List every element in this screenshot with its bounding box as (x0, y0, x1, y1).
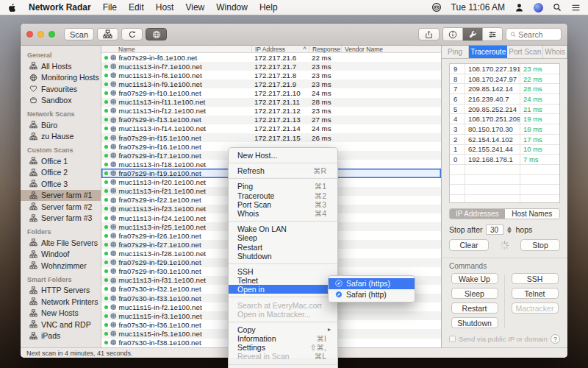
sidebar-item[interactable]: Network Printers (21, 296, 101, 308)
sidebar-item[interactable]: Server farm #2 (21, 201, 101, 213)
address-mode-option[interactable]: IP Addresses (450, 209, 505, 219)
command-button[interactable]: Telnet (512, 288, 559, 299)
sidebar-item[interactable]: Office 3 (21, 178, 101, 190)
new-scan-button[interactable] (97, 28, 118, 40)
column-header-name[interactable]: Name (101, 46, 251, 52)
minimize-window-button[interactable] (37, 31, 44, 38)
traceroute-hop-row[interactable]: 6 216.239.40.7 24 ms (450, 94, 559, 105)
search-field[interactable] (506, 28, 562, 40)
apple-menu-icon[interactable] (7, 3, 17, 13)
sidebar-item[interactable]: HTTP Servers (21, 285, 101, 297)
zoom-window-button[interactable] (49, 31, 55, 38)
sidebar-item[interactable]: New Hosts (21, 308, 101, 319)
hops-stepper[interactable] (506, 224, 513, 235)
context-menu-item[interactable] (229, 263, 337, 264)
command-button[interactable]: Mactracker (512, 302, 559, 314)
table-row[interactable]: muc11s13-in-f11.1e100.net 172.217.21.11 … (101, 98, 441, 107)
share-button[interactable] (418, 28, 440, 40)
context-menu-item[interactable]: Open in ▸ (229, 285, 337, 294)
context-menu-item[interactable]: Reveal in Scan ⌘L (229, 352, 337, 361)
sidebar-item[interactable]: Office 1 (21, 155, 101, 167)
traceroute-hop-row[interactable]: 0 192.168.178.1 7 ms (450, 155, 559, 165)
stop-button[interactable]: Stop (520, 239, 560, 251)
context-menu-item[interactable]: Search at EveryMac.com... (229, 300, 337, 309)
siri-icon[interactable] (534, 3, 543, 13)
context-menu-item[interactable]: Settings ⇧⌘, (229, 343, 337, 352)
sidebar-item[interactable]: VNC and RDP (21, 319, 101, 330)
traceroute-hop-row[interactable]: 9 108.170.227.191 23 ms (450, 64, 559, 74)
sidebar-item[interactable]: Server farm #3 (21, 213, 101, 224)
refresh-button[interactable] (121, 28, 143, 40)
menu-item[interactable]: Edit (129, 2, 144, 13)
table-row[interactable]: muc11s13-in-f8.1e100.net 172.217.21.8 23… (101, 71, 441, 79)
context-menu-item[interactable]: Shutdown (229, 252, 337, 261)
info-segment-button[interactable] (443, 28, 462, 40)
traceroute-hop-row[interactable]: 2 62.154.14.102 17 ms (450, 135, 559, 145)
sidebar-item[interactable]: zu Hause (21, 131, 101, 143)
context-menu-item[interactable] (229, 221, 337, 222)
context-menu-item[interactable]: Port Scan ⌘3 (229, 200, 337, 209)
context-menu-item[interactable]: Copy ▸ (229, 325, 337, 334)
monitoring-button[interactable] (146, 28, 167, 40)
inspector-tab[interactable]: Traceroute (469, 46, 507, 58)
column-header-response[interactable]: Response (309, 46, 341, 52)
traceroute-hop-row[interactable]: 1 62.155.241.44 10 ms (450, 145, 559, 155)
command-button[interactable]: Wake Up (451, 273, 498, 284)
command-button[interactable]: Shutdown (451, 317, 498, 328)
context-menu-item[interactable] (229, 364, 337, 365)
sidebar-item[interactable]: iPads (21, 330, 101, 342)
sidebar-item[interactable]: Monitoring Hosts (21, 72, 101, 84)
context-menu-item[interactable]: Whois ⌘4 (229, 209, 337, 218)
context-menu-item[interactable]: Wake On LAN (229, 224, 337, 233)
table-row[interactable]: muc11s13-in-f12.1e100.net 172.217.21.12 … (101, 107, 441, 116)
context-menu-item[interactable]: Refresh ⌘R (229, 166, 337, 175)
sidebar-item[interactable]: Favourites (21, 83, 101, 95)
command-button[interactable]: SSH (512, 273, 559, 284)
context-menu-item[interactable] (229, 297, 337, 297)
submenu-item[interactable]: Safari (https) (329, 278, 415, 289)
column-header-vendor[interactable]: Vendor Name (341, 46, 441, 52)
close-window-button[interactable] (26, 31, 33, 38)
network-radar-status-icon[interactable] (431, 2, 442, 13)
traceroute-hop-row[interactable]: 4 108.170.251.209 19 ms (450, 114, 559, 124)
sidebar-item[interactable]: Alte File Servers (21, 237, 101, 249)
submenu-item[interactable]: Safari (http) (329, 289, 415, 300)
command-button[interactable]: Sleep (451, 288, 498, 299)
sidebar-item[interactable]: All Hosts (21, 60, 101, 72)
context-menu-item[interactable]: Restart (229, 243, 337, 252)
menubar-clock[interactable]: Tue 11:06 AM (451, 2, 505, 13)
inspector-tab[interactable]: Port Scan (507, 46, 543, 58)
traceroute-hop-row[interactable]: 7 209.85.142.14 28 ms (450, 84, 559, 94)
menu-item[interactable]: Host (156, 2, 174, 13)
inspector-tab[interactable]: Whois (543, 46, 567, 58)
user-icon[interactable] (514, 3, 524, 13)
context-menu-item[interactable]: Telnet (229, 276, 337, 285)
app-menu-title[interactable]: Network Radar (29, 2, 91, 13)
sidebar-item[interactable]: Wohnzimmer (21, 260, 101, 272)
hops-input[interactable]: 30 (486, 224, 503, 235)
context-menu-item[interactable]: New Host... (229, 151, 337, 160)
table-row[interactable]: fra07s29-in-f13.1e100.net 172.217.21.13 … (101, 116, 441, 124)
context-menu-item[interactable]: Information ⌘I (229, 334, 337, 343)
table-row[interactable]: fra07s29-in-f15.1e100.net 172.217.21.15 … (101, 133, 441, 142)
menu-item[interactable]: Window (216, 2, 248, 13)
table-row[interactable]: fra07s29-in-f10.1e100.net 172.217.21.10 … (101, 88, 441, 97)
context-menu-item[interactable] (229, 178, 337, 179)
clear-button[interactable]: Clear (449, 239, 489, 251)
inspector-tab[interactable]: Ping (442, 46, 469, 58)
scan-button[interactable]: Scan (64, 28, 94, 40)
context-menu-item[interactable]: Sleep (229, 233, 337, 242)
tools-segment-button[interactable] (462, 28, 482, 40)
table-row[interactable]: muc11s13-in-f14.1e100.net 172.217.21.14 … (101, 124, 441, 133)
sidebar-item[interactable]: Office 2 (21, 167, 101, 179)
context-menu-item[interactable] (229, 163, 337, 163)
table-row[interactable]: fra07s29-in-f6.1e100.net 172.217.21.6 22… (101, 53, 441, 62)
table-row[interactable]: muc11s13-in-f7.1e100.net 172.217.21.7 23… (101, 62, 441, 71)
context-menu-item[interactable]: Open in Mactracker... (229, 310, 337, 319)
table-row[interactable]: muc11s13-in-f9.1e100.net 172.217.21.9 23… (101, 79, 441, 88)
menu-item[interactable]: Help (259, 2, 278, 13)
context-menu-item[interactable]: SSH (229, 267, 337, 276)
command-button[interactable]: Restart (451, 302, 498, 314)
menu-item[interactable]: File (103, 2, 117, 13)
notification-center-icon[interactable] (571, 3, 581, 13)
